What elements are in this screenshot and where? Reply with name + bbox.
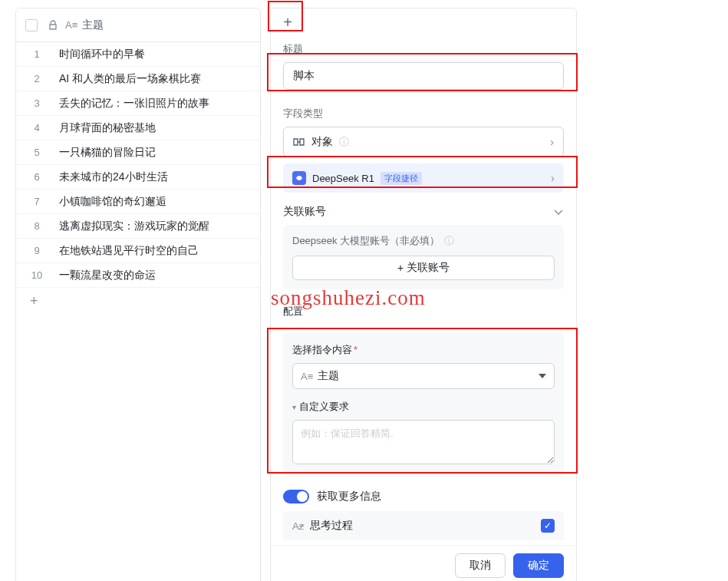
add-row-button[interactable]: + [16, 288, 260, 314]
row-text: 丢失的记忆：一张旧照片的故事 [59, 97, 209, 111]
deepseek-icon [292, 171, 306, 185]
table-row[interactable]: 6未来城市的24小时生活 [16, 165, 260, 190]
cancel-button[interactable]: 取消 [455, 553, 506, 578]
table-row[interactable]: 10一颗流星改变的命运 [16, 263, 260, 288]
triangle-down-icon: ▾ [292, 403, 296, 411]
row-text: 逃离虚拟现实：游戏玩家的觉醒 [59, 220, 209, 233]
deepseek-name: DeepSeek R1 [312, 173, 374, 184]
title-input[interactable] [283, 62, 564, 90]
text-type-icon: Az [292, 520, 304, 532]
more-info-label: 获取更多信息 [317, 490, 381, 503]
more-info-toggle[interactable] [283, 490, 309, 503]
field-type-selector[interactable]: 对象 ⓘ › [283, 127, 564, 157]
config-box: 选择指令内容* A≡ 主题 ▾ 自定义要求 [283, 332, 564, 477]
config-label: 配置 [283, 305, 564, 319]
link-account-label: 关联账号 [407, 261, 450, 275]
table-header-row: A≡ 主题 [16, 8, 260, 42]
footer-actions: 取消 确定 [271, 545, 576, 581]
custom-requirement-label: 自定义要求 [299, 400, 349, 414]
add-field-button[interactable]: + [271, 8, 305, 36]
account-section-header[interactable]: 关联账号 [271, 200, 576, 225]
table-row[interactable]: 7小镇咖啡馆的奇幻邂逅 [16, 190, 260, 214]
data-table: A≡ 主题 1时间循环中的早餐2AI 和人类的最后一场象棋比赛3丢失的记忆：一张… [15, 8, 261, 581]
table-row[interactable]: 5一只橘猫的冒险日记 [16, 140, 260, 165]
instruction-label: 选择指令内容 [292, 344, 352, 355]
account-section: Deepseek 大模型账号（非必填） ⓘ + 关联账号 [283, 225, 564, 289]
caret-down-icon [539, 374, 546, 378]
lock-icon [48, 20, 59, 31]
row-number: 10 [25, 269, 48, 281]
field-type-label: 字段类型 [283, 107, 564, 120]
checked-badge: ✓ [541, 519, 555, 533]
chevron-down-icon [553, 208, 564, 216]
chevron-right-icon: › [550, 136, 554, 148]
text-type-icon: A≡ [301, 371, 313, 382]
row-text: 小镇咖啡馆的奇幻邂逅 [59, 195, 166, 209]
row-text: AI 和人类的最后一场象棋比赛 [59, 72, 201, 86]
row-number: 2 [25, 73, 48, 84]
row-text: 在地铁站遇见平行时空的自己 [59, 244, 199, 258]
thinking-process-row[interactable]: Az 思考过程 ✓ [283, 511, 564, 540]
title-label: 标题 [283, 42, 564, 56]
table-row[interactable]: 2AI 和人类的最后一场象棋比赛 [16, 67, 260, 91]
plus-icon: + [397, 262, 404, 274]
row-text: 月球背面的秘密基地 [59, 121, 156, 135]
info-icon: ⓘ [339, 135, 349, 149]
row-number: 1 [25, 48, 48, 60]
row-text: 一颗流星改变的命运 [59, 269, 156, 282]
table-row[interactable]: 8逃离虚拟现实：游戏玩家的觉醒 [16, 214, 260, 239]
table-row[interactable]: 4月球背面的秘密基地 [16, 116, 260, 140]
row-number: 7 [25, 196, 48, 207]
table-row[interactable]: 9在地铁站遇见平行时空的自己 [16, 239, 260, 263]
field-shortcut-tag: 字段捷径 [380, 172, 422, 185]
row-number: 9 [25, 245, 48, 256]
info-icon: ⓘ [444, 234, 454, 248]
row-number: 3 [25, 97, 48, 109]
confirm-button[interactable]: 确定 [513, 553, 564, 578]
field-config-panel: + 标题 字段类型 对象 ⓘ › DeepSeek R1 [270, 8, 577, 581]
row-number: 8 [25, 220, 48, 232]
link-account-button[interactable]: + 关联账号 [292, 256, 555, 280]
row-text: 一只橘猫的冒险日记 [59, 146, 156, 160]
table-row[interactable]: 3丢失的记忆：一张旧照片的故事 [16, 91, 260, 116]
deepseek-option[interactable]: DeepSeek R1 字段捷径 › [283, 163, 564, 193]
select-all-checkbox[interactable] [25, 19, 38, 31]
instruction-value: 主题 [318, 369, 339, 383]
text-type-icon: A≡ [65, 19, 77, 31]
row-text: 未来城市的24小时生活 [59, 170, 168, 184]
table-row[interactable]: 1时间循环中的早餐 [16, 42, 260, 67]
instruction-select[interactable]: A≡ 主题 [292, 363, 555, 389]
row-number: 4 [25, 122, 48, 134]
required-asterisk: * [354, 344, 357, 355]
field-type-value: 对象 [311, 135, 333, 149]
account-label: Deepseek 大模型账号（非必填） [292, 234, 440, 248]
thinking-process-label: 思考过程 [310, 519, 353, 533]
account-section-label: 关联账号 [283, 205, 326, 219]
row-number: 5 [25, 147, 48, 158]
object-icon [293, 137, 305, 147]
chevron-right-icon: › [551, 172, 555, 184]
row-number: 6 [25, 171, 48, 183]
custom-requirement-textarea[interactable] [292, 420, 555, 464]
column-header-label: 主题 [82, 18, 104, 32]
custom-requirement-header[interactable]: ▾ 自定义要求 [292, 400, 555, 414]
row-text: 时间循环中的早餐 [59, 48, 145, 61]
